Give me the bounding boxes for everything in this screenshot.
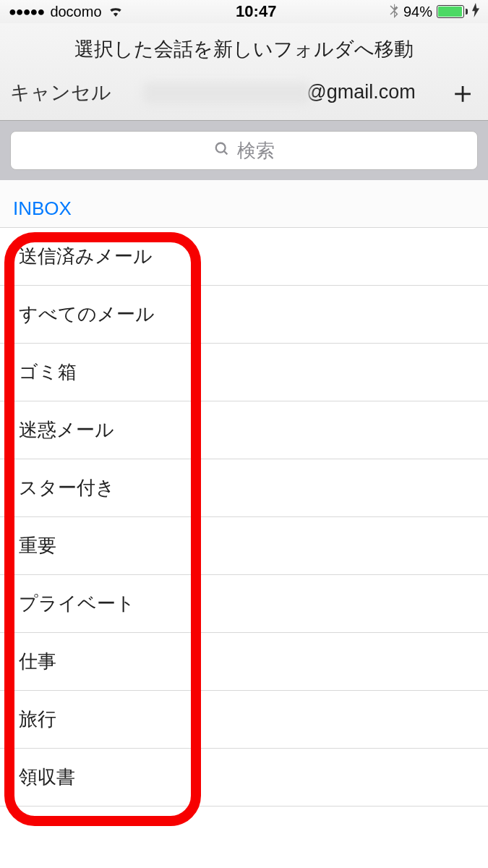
folder-item-work[interactable]: 仕事: [0, 633, 488, 691]
folder-item-starred[interactable]: スター付き: [0, 459, 488, 517]
search-input[interactable]: 検索: [10, 131, 478, 170]
folder-item-sent[interactable]: 送信済みメール: [0, 228, 488, 286]
nav-header: 選択した会話を新しいフォルダへ移動 キャンセル @gmail.com ＋: [0, 23, 488, 121]
section-header-inbox[interactable]: INBOX: [0, 180, 488, 228]
battery-pct: 94%: [403, 4, 432, 20]
add-folder-button[interactable]: ＋: [448, 83, 478, 101]
folder-item-private[interactable]: プライベート: [0, 575, 488, 633]
folder-item-travel[interactable]: 旅行: [0, 691, 488, 749]
wifi-icon: [108, 4, 124, 20]
folder-item-all-mail[interactable]: すべてのメール: [0, 286, 488, 344]
cancel-button[interactable]: キャンセル: [10, 80, 111, 106]
battery-icon: [437, 5, 468, 18]
folder-item-trash[interactable]: ゴミ箱: [0, 344, 488, 401]
folder-item-important[interactable]: 重要: [0, 517, 488, 575]
account-email: @gmail.com: [143, 81, 415, 104]
folder-item-receipts[interactable]: 領収書: [0, 749, 488, 807]
carrier-label: docomo: [50, 4, 101, 20]
redacted-email-user: [143, 82, 309, 104]
search-placeholder: 検索: [237, 138, 275, 163]
bluetooth-icon: [389, 2, 399, 22]
search-bar-container: 検索: [0, 121, 488, 180]
charging-icon: [472, 3, 479, 21]
folder-item-spam[interactable]: 迷惑メール: [0, 401, 488, 459]
svg-line-1: [223, 150, 227, 154]
svg-point-0: [215, 142, 225, 152]
clock: 10:47: [236, 2, 276, 21]
status-bar: ●●●●● docomo 10:47 94%: [0, 0, 488, 23]
search-icon: [214, 140, 230, 162]
signal-strength-icon: ●●●●●: [9, 4, 44, 20]
folder-list: INBOX 送信済みメール すべてのメール ゴミ箱 迷惑メール スター付き 重要…: [0, 180, 488, 807]
page-title: 選択した会話を新しいフォルダへ移動: [10, 36, 478, 62]
